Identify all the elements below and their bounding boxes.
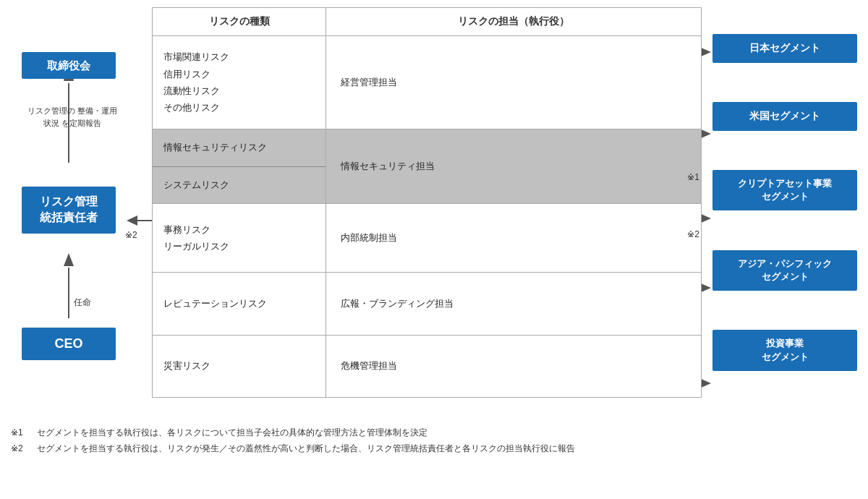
segment-investment: 投資事業セグメント xyxy=(712,330,857,370)
note2-text: セグメントを担当する執行役は、リスクが発生／その蓋然性が高いと判断した場合、リス… xyxy=(28,443,575,453)
risk-owner-info-security: 情報セキュリティ担当 xyxy=(326,129,701,203)
note1-line: ※1 セグメントを担当する執行役は、各リスクについて担当子会社の具体的な管理方法… xyxy=(11,425,857,441)
annotation-hokoku: リスク管理の 整備・運用状況 を定期報告 xyxy=(25,105,119,129)
torishimariyaku-box: 取締役会 xyxy=(22,52,127,79)
table-body: 市場関連リスク信用リスク流動性リスクその他リスク 経営管理担当 情報セキュリティ… xyxy=(153,36,701,397)
note1-text: セグメントを担当する執行役は、各リスクについて担当子会社の具体的な管理方法と管理… xyxy=(28,427,427,438)
svg-marker-6 xyxy=(127,216,137,226)
col-header-risk-owner: リスクの担当（執行役） xyxy=(326,8,701,35)
segment-asia: アジア・パシフィックセグメント xyxy=(712,250,857,291)
risk-kanri-box: リスク管理統括責任者 xyxy=(22,187,127,234)
risk-owner-jimu: 内部統制担当 xyxy=(326,204,701,272)
torishimariyaku-label: 取締役会 xyxy=(22,52,116,79)
table-row-market: 市場関連リスク信用リスク流動性リスクその他リスク 経営管理担当 xyxy=(153,36,701,129)
footer-notes: ※1 セグメントを担当する執行役は、各リスクについて担当子会社の具体的な管理方法… xyxy=(11,425,857,456)
right-segments: 日本セグメント 米国セグメント クリプトアセット事業セグメント アジア・パシフィ… xyxy=(712,7,857,398)
table-row-reputation: レピュテーションリスク 広報・ブランディング担当 xyxy=(153,273,701,335)
note1-symbol: ※1 xyxy=(11,427,23,438)
segment-us: 米国セグメント xyxy=(712,102,857,131)
svg-marker-8 xyxy=(64,253,74,266)
gray-group: 情報セキュリティリスク システムリスク 情報セキュリティ担当 xyxy=(153,129,701,204)
risk-type-market: 市場関連リスク信用リスク流動性リスクその他リスク xyxy=(153,36,326,129)
risk-type-disaster: 災害リスク xyxy=(153,336,326,397)
risk-owner-market: 経営管理担当 xyxy=(326,36,701,129)
table-row-disaster: 災害リスク 危機管理担当 xyxy=(153,336,701,397)
center-table: リスクの種類 リスクの担当（執行役） 市場関連リスク信用リスク流動性リスクその他… xyxy=(152,7,702,398)
ceo-box: CEO xyxy=(22,328,127,360)
diagram: 取締役会 リスク管理の 整備・運用状況 を定期報告 リスク管理統括責任者 ※2 … xyxy=(11,7,857,419)
risk-type-jimu: 事務リスクリーガルリスク xyxy=(153,204,326,272)
note2-symbol: ※2 xyxy=(11,443,23,453)
risk-type-system: システムリスク xyxy=(153,167,326,204)
risk-owner-disaster: 危機管理担当 xyxy=(326,336,701,397)
risk-type-reputation: レピュテーションリスク xyxy=(153,273,326,334)
note1-right-label: ※1 xyxy=(687,172,699,182)
table-row-jimu: 事務リスクリーガルリスク 内部統制担当 xyxy=(153,204,701,273)
risk-type-info-security: 情報セキュリティリスク xyxy=(153,129,326,167)
segment-japan: 日本セグメント xyxy=(712,34,857,63)
annotation-ninmei: 任命 xyxy=(74,297,91,309)
ceo-label: CEO xyxy=(22,328,116,360)
note2-line: ※2 セグメントを担当する執行役は、リスクが発生／その蓋然性が高いと判断した場合… xyxy=(11,441,857,457)
note2-right-label: ※2 xyxy=(687,229,699,239)
risk-owner-reputation: 広報・ブランディング担当 xyxy=(326,273,701,334)
main-container: 取締役会 リスク管理の 整備・運用状況 を定期報告 リスク管理統括責任者 ※2 … xyxy=(0,0,868,499)
col-header-risk-type: リスクの種類 xyxy=(153,8,326,35)
note2-left-label: ※2 xyxy=(125,230,137,240)
risk-kanri-label: リスク管理統括責任者 xyxy=(22,187,116,234)
table-header: リスクの種類 リスクの担当（執行役） xyxy=(153,8,701,36)
segment-crypto: クリプトアセット事業セグメント xyxy=(712,170,857,210)
